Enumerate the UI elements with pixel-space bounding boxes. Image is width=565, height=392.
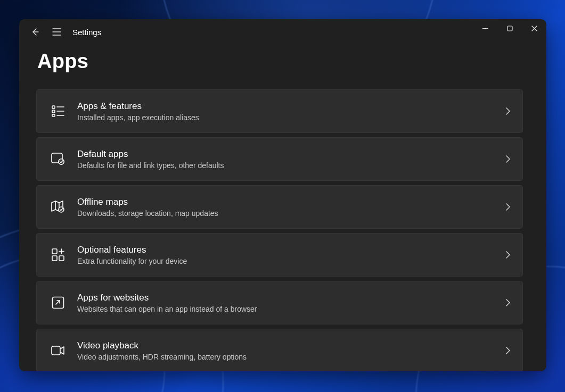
video-icon bbox=[48, 345, 68, 356]
chevron-right-icon bbox=[505, 346, 511, 355]
back-button[interactable] bbox=[24, 21, 46, 43]
item-subtitle: Installed apps, app execution aliases bbox=[77, 113, 505, 122]
item-text: Video playbackVideo adjustments, HDR str… bbox=[77, 340, 505, 361]
item-text: Apps & featuresInstalled apps, app execu… bbox=[77, 101, 505, 122]
item-text: Apps for websitesWebsites that can open … bbox=[77, 293, 505, 313]
map-icon bbox=[48, 201, 68, 213]
maximize-icon bbox=[507, 26, 513, 31]
item-text: Default appsDefaults for file and link t… bbox=[77, 149, 505, 170]
settings-item-apps-websites[interactable]: Apps for websitesWebsites that can open … bbox=[36, 281, 523, 324]
website-icon bbox=[48, 296, 68, 309]
window-controls bbox=[473, 19, 546, 45]
item-title: Default apps bbox=[77, 149, 505, 160]
item-title: Apps & features bbox=[77, 101, 505, 112]
svg-rect-4 bbox=[507, 26, 512, 31]
item-title: Optional features bbox=[77, 245, 505, 255]
default-icon bbox=[48, 153, 68, 165]
svg-rect-24 bbox=[52, 346, 60, 355]
chevron-right-icon bbox=[505, 203, 511, 211]
svg-rect-7 bbox=[52, 106, 55, 109]
svg-rect-9 bbox=[52, 114, 55, 116]
item-subtitle: Downloads, storage location, map updates bbox=[77, 209, 505, 218]
close-button[interactable] bbox=[522, 19, 546, 37]
maximize-button[interactable] bbox=[497, 19, 522, 37]
content-area: Apps Apps & featuresInstalled apps, app … bbox=[19, 45, 546, 371]
svg-rect-19 bbox=[52, 256, 57, 261]
apps-list-icon bbox=[48, 105, 68, 117]
settings-window: Settings Apps Apps & featuresInstalled a… bbox=[19, 19, 546, 371]
item-text: Offline mapsDownloads, storage location,… bbox=[77, 197, 505, 218]
svg-rect-8 bbox=[52, 110, 55, 113]
nav-menu-button[interactable] bbox=[46, 21, 67, 43]
chevron-right-icon bbox=[505, 298, 511, 307]
settings-list[interactable]: Apps & featuresInstalled apps, app execu… bbox=[19, 81, 546, 371]
svg-rect-20 bbox=[59, 256, 64, 261]
minimize-icon bbox=[482, 26, 488, 31]
item-subtitle: Video adjustments, HDR streaming, batter… bbox=[77, 353, 505, 361]
page-title: Apps bbox=[19, 45, 546, 73]
item-title: Offline maps bbox=[77, 197, 505, 207]
item-subtitle: Extra functionality for your device bbox=[77, 257, 505, 265]
chevron-right-icon bbox=[505, 155, 511, 163]
plus-grid-icon bbox=[48, 248, 68, 261]
window-title: Settings bbox=[72, 28, 101, 37]
arrow-left-icon bbox=[31, 28, 39, 36]
hamburger-icon bbox=[52, 28, 61, 36]
minimize-button[interactable] bbox=[473, 19, 497, 37]
settings-item-apps-features[interactable]: Apps & featuresInstalled apps, app execu… bbox=[36, 89, 523, 133]
chevron-right-icon bbox=[505, 107, 511, 115]
settings-item-offline-maps[interactable]: Offline mapsDownloads, storage location,… bbox=[36, 185, 523, 229]
item-text: Optional featuresExtra functionality for… bbox=[77, 245, 505, 265]
settings-item-default-apps[interactable]: Default appsDefaults for file and link t… bbox=[36, 137, 523, 181]
settings-item-optional-features[interactable]: Optional featuresExtra functionality for… bbox=[36, 233, 523, 277]
titlebar: Settings bbox=[19, 19, 546, 45]
item-title: Video playback bbox=[77, 340, 505, 351]
item-title: Apps for websites bbox=[77, 293, 505, 303]
svg-rect-18 bbox=[52, 249, 57, 254]
item-subtitle: Defaults for file and link types, other … bbox=[77, 161, 505, 170]
close-icon bbox=[531, 26, 537, 31]
item-subtitle: Websites that can open in an app instead… bbox=[77, 305, 505, 313]
settings-item-video-playback[interactable]: Video playbackVideo adjustments, HDR str… bbox=[36, 329, 523, 371]
chevron-right-icon bbox=[505, 251, 511, 259]
